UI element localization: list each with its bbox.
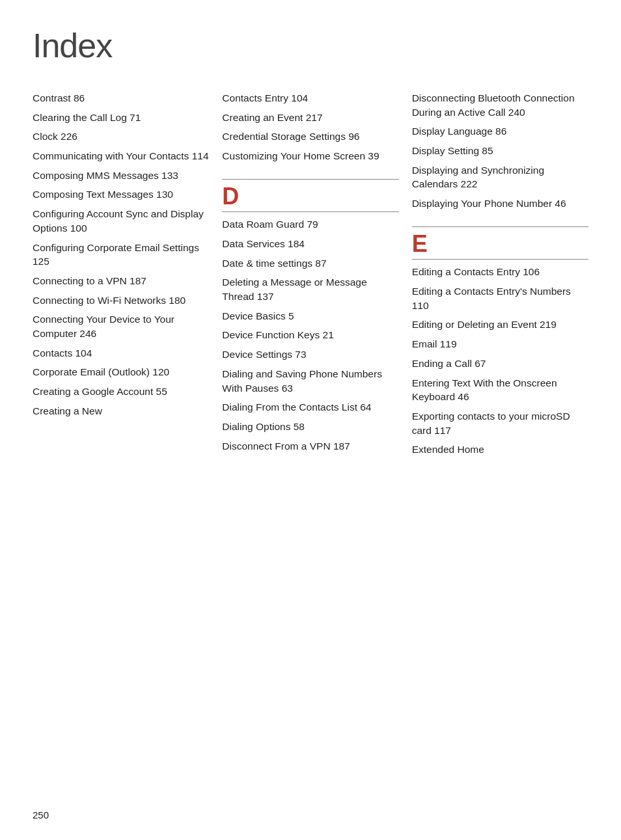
list-item: Clearing the Call Log 71	[33, 111, 209, 125]
list-item: Creating an Event 217	[222, 111, 398, 125]
column-1: Contrast 86Clearing the Call Log 71Clock…	[33, 91, 222, 423]
list-item: Dialing and Saving Phone Numbers With Pa…	[222, 367, 398, 395]
list-item: Editing or Deleting an Event 219	[412, 318, 588, 332]
list-item: Contrast 86	[33, 91, 209, 105]
list-item: Corporate Email (Outlook) 120	[33, 365, 209, 379]
list-item: Credential Storage Settings 96	[222, 129, 398, 144]
list-item: Customizing Your Home Screen 39	[222, 149, 398, 163]
list-item: Composing Text Messages 130	[33, 187, 209, 202]
list-item: Data Services 184	[222, 237, 398, 251]
list-item: Configuring Account Sync and Display Opt…	[33, 207, 209, 235]
list-item: Editing a Contacts Entry's Numbers 110	[412, 284, 588, 312]
list-item: Device Basics 5	[222, 309, 398, 323]
column-2: Contacts Entry 104Creating an Event 217C…	[222, 91, 411, 458]
list-item: Deleting a Message or Message Thread 137	[222, 275, 398, 303]
list-item: Device Settings 73	[222, 347, 398, 362]
list-item: Connecting to Wi-Fi Networks 180	[33, 293, 209, 308]
index-columns: Contrast 86Clearing the Call Log 71Clock…	[33, 91, 588, 462]
section-divider-bottom	[222, 211, 398, 212]
list-item: Creating a New	[33, 404, 209, 418]
section-letter-d: D	[222, 183, 239, 210]
section-divider	[222, 179, 398, 180]
list-item: Exporting contacts to your microSD card …	[412, 409, 588, 437]
list-item: Disconnecting Bluetooth Connection Durin…	[412, 91, 588, 119]
list-item: Displaying Your Phone Number 46	[412, 196, 588, 211]
section-e-header: E	[412, 226, 588, 260]
list-item: Creating a Google Account 55	[33, 385, 209, 399]
page-title: Index	[33, 26, 588, 65]
section-d-header: D	[222, 179, 398, 213]
list-item: Editing a Contacts Entry 106	[412, 265, 588, 279]
section-divider	[412, 226, 588, 227]
list-item: Date & time settings 87	[222, 256, 398, 271]
list-item: Displaying and Synchronizing Calendars 2…	[412, 163, 588, 191]
list-item: Data Roam Guard 79	[222, 217, 398, 232]
list-item: Communicating with Your Contacts 114	[33, 149, 209, 163]
list-item: Entering Text With the Onscreen Keyboard…	[412, 376, 588, 404]
list-item: Dialing From the Contacts List 64	[222, 400, 398, 414]
list-item: Connecting to a VPN 187	[33, 274, 209, 288]
section-divider-bottom	[412, 259, 588, 260]
list-item: Display Language 86	[412, 124, 588, 139]
list-item: Contacts 104	[33, 346, 209, 360]
list-item: Display Setting 85	[412, 144, 588, 158]
page: Index Contrast 86Clearing the Call Log 7…	[0, 0, 621, 840]
list-item: Device Function Keys 21	[222, 328, 398, 342]
list-item: Composing MMS Messages 133	[33, 169, 209, 183]
page-number: 250	[33, 809, 49, 820]
column-3: Disconnecting Bluetooth Connection Durin…	[412, 91, 588, 462]
list-item: Ending a Call 67	[412, 357, 588, 371]
list-item: Extended Home	[412, 442, 588, 457]
section-letter-e: E	[412, 230, 428, 257]
list-item: Configuring Corporate Email Settings 125	[33, 241, 209, 269]
list-item: Clock 226	[33, 129, 209, 144]
list-item: Contacts Entry 104	[222, 91, 398, 105]
list-item: Dialing Options 58	[222, 420, 398, 434]
list-item: Connecting Your Device to Your Computer …	[33, 312, 209, 340]
list-item: Email 119	[412, 337, 588, 351]
list-item: Disconnect From a VPN 187	[222, 439, 398, 454]
